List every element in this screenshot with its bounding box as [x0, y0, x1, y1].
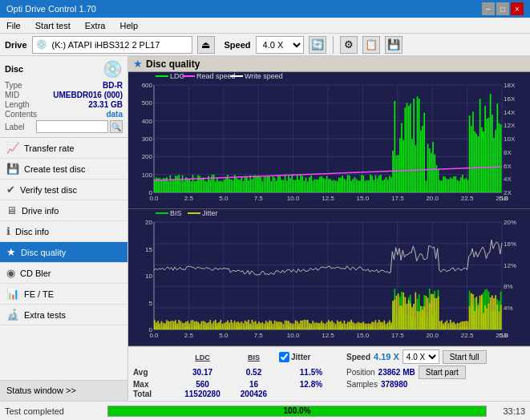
start-part-button-container: Start part	[419, 365, 466, 379]
ldc-canvas	[128, 72, 530, 208]
verify-test-disc-icon: ✔	[6, 184, 15, 196]
jitter-col-header: Jitter	[291, 353, 310, 361]
menu-file[interactable]: File	[3, 19, 24, 32]
bis-avg: 0.52	[232, 368, 276, 377]
label-label: Label	[5, 123, 24, 131]
total-row-label: Total	[133, 390, 173, 398]
transfer-rate-icon: 📈	[6, 142, 19, 154]
speed-select-stats[interactable]: 4.0 X	[403, 349, 439, 364]
start-buttons: Start full	[443, 350, 487, 364]
sidebar-item-drive-info[interactable]: 🖥 Drive info	[0, 200, 127, 221]
speed-value: 4.19 X	[374, 352, 399, 361]
disc-panel-icon: 💿	[103, 59, 123, 79]
charts-container	[128, 72, 530, 346]
mid-label: MID	[5, 91, 19, 99]
type-value: BD-R	[103, 81, 123, 90]
avg-row-label: Avg	[133, 368, 173, 377]
speed-label: Speed	[225, 40, 251, 50]
max-row-label: Max	[133, 380, 173, 389]
sidebar-item-fe-te[interactable]: 📊 FE / TE	[0, 284, 127, 305]
stats-panel: LDC BIS Jitter Speed 4.19 X 4.0 X	[128, 346, 530, 401]
start-full-button[interactable]: Start full	[443, 350, 487, 364]
content-area: ★ Disc quality LDC BIS	[128, 56, 530, 401]
contents-value: data	[106, 110, 123, 119]
speed-col-header: Speed	[346, 353, 370, 361]
drive-value: (K:) ATAPI iHBS312 2 PL17	[52, 40, 160, 50]
verify-test-disc-label: Verify test disc	[20, 185, 77, 195]
drive-bar: Drive 💿 (K:) ATAPI iHBS312 2 PL17 ⏏ Spee…	[0, 34, 530, 56]
fe-te-icon: 📊	[6, 288, 19, 300]
cd-bler-icon: ◉	[6, 267, 15, 279]
progress-label: 100.0%	[108, 406, 486, 416]
speed-select[interactable]: 4.0 X 8.0 X Max	[256, 36, 304, 54]
ldc-total: 11520280	[176, 390, 229, 398]
disc-info-label: Disc info	[15, 227, 49, 236]
menu-start-test[interactable]: Start test	[32, 19, 74, 32]
disc-info-icon: ℹ	[6, 225, 10, 237]
jitter-checkbox[interactable]	[279, 352, 289, 362]
status-window-label: Status window >>	[6, 386, 76, 395]
transfer-rate-label: Transfer rate	[24, 143, 75, 153]
disc-quality-icon: ★	[6, 246, 16, 258]
bis-jitter-canvas	[128, 209, 530, 345]
disc-panel-title: Disc	[5, 64, 23, 74]
toolbar-separator	[333, 36, 334, 54]
sidebar-item-verify-test-disc[interactable]: ✔ Verify test disc	[0, 180, 127, 200]
length-value: 23.31 GB	[88, 100, 123, 109]
drive-info-label: Drive info	[22, 206, 59, 216]
close-button[interactable]: ×	[511, 2, 524, 15]
maximize-button[interactable]: □	[496, 2, 509, 15]
bis-max: 16	[232, 380, 276, 389]
title-bar: Opti Drive Control 1.70 − □ ×	[0, 0, 530, 18]
status-bar: Test completed 100.0% 33:13	[0, 401, 530, 420]
status-text: Test completed	[5, 406, 101, 416]
minimize-button[interactable]: −	[482, 2, 495, 15]
info-button[interactable]: 📋	[362, 36, 380, 54]
bis-jitter-chart	[128, 209, 530, 346]
contents-label: Contents	[5, 110, 37, 119]
time-display: 33:13	[493, 406, 525, 416]
status-window-button[interactable]: Status window >>	[0, 380, 127, 401]
menu-extra[interactable]: Extra	[82, 19, 109, 32]
fe-te-label: FE / TE	[24, 289, 54, 299]
sidebar-item-disc-quality[interactable]: ★ Disc quality	[0, 242, 127, 263]
sidebar-item-create-test-disc[interactable]: 💾 Create test disc	[0, 159, 127, 180]
settings-button[interactable]: ⚙	[340, 36, 358, 54]
drive-selector[interactable]: 💿 (K:) ATAPI iHBS312 2 PL17	[32, 36, 192, 54]
jitter-avg: 11.5%	[279, 368, 343, 377]
disc-quality-header-title: Disc quality	[146, 59, 200, 70]
start-part-button[interactable]: Start part	[419, 365, 466, 379]
label-field[interactable]	[36, 120, 108, 133]
progress-bar: 100.0%	[107, 406, 487, 417]
menu-help[interactable]: Help	[116, 19, 141, 32]
app-title: Opti Drive Control 1.70	[6, 4, 96, 14]
cd-bler-label: CD Bler	[20, 269, 51, 278]
save-button[interactable]: 💾	[385, 36, 403, 54]
position-value: 23862 MB	[378, 368, 415, 377]
drive-info-icon: 🖥	[6, 204, 17, 216]
label-input-group: 🔍	[36, 120, 123, 133]
sidebar-item-disc-info[interactable]: ℹ Disc info	[0, 221, 127, 242]
disc-quality-header-icon: ★	[133, 58, 143, 70]
ldc-col-header: LDC	[195, 353, 210, 361]
sidebar-item-extra-tests[interactable]: 🔬 Extra tests	[0, 305, 127, 325]
create-test-disc-label: Create test disc	[24, 164, 85, 174]
ldc-avg: 30.17	[176, 368, 229, 377]
eject-button[interactable]: ⏏	[197, 36, 215, 54]
bis-col-header: BIS	[248, 353, 260, 361]
disc-quality-label: Disc quality	[21, 248, 66, 257]
refresh-button[interactable]: 🔄	[309, 36, 326, 54]
disc-panel: Disc 💿 Type BD-R MID UMEBDR016 (000) Len…	[0, 56, 127, 138]
extra-tests-label: Extra tests	[24, 310, 66, 320]
ldc-chart	[128, 72, 530, 209]
sidebar: Disc 💿 Type BD-R MID UMEBDR016 (000) Len…	[0, 56, 128, 401]
sidebar-item-transfer-rate[interactable]: 📈 Transfer rate	[0, 138, 127, 159]
create-test-disc-icon: 💾	[6, 163, 19, 175]
ldc-max: 560	[176, 380, 229, 389]
label-button[interactable]: 🔍	[110, 120, 123, 133]
samples-label: Samples	[346, 380, 378, 389]
sidebar-item-cd-bler[interactable]: ◉ CD Bler	[0, 263, 127, 284]
drive-label: Drive	[5, 40, 27, 50]
bis-total: 200426	[232, 390, 276, 398]
jitter-max: 12.8%	[279, 380, 343, 389]
